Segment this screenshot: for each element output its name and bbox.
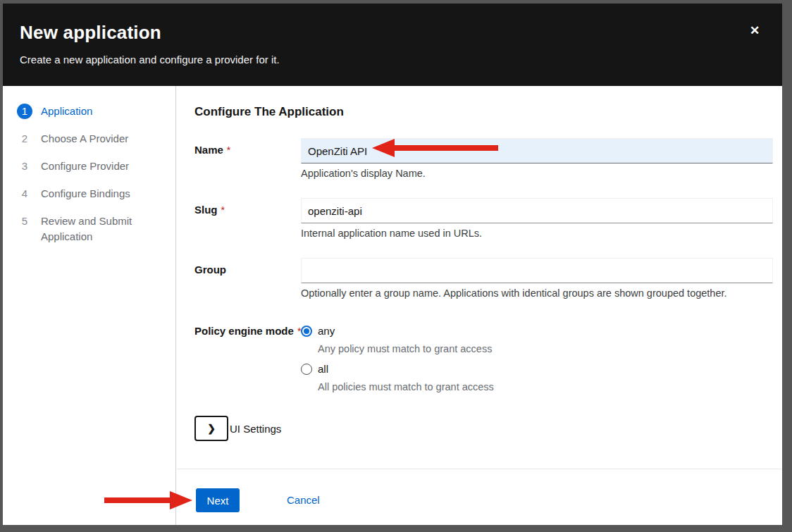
radio-option-any[interactable]: any [301, 325, 335, 337]
radio-all-helper-text: All policies must match to grant access [318, 381, 494, 392]
next-button[interactable]: Next [196, 488, 240, 512]
step-number: 5 [17, 214, 32, 229]
ui-settings-expander[interactable]: ❯ UI Settings [194, 416, 281, 441]
step-label: Configure Provider [41, 159, 129, 174]
wizard-step-content: Configure The Application Name* Applicat… [177, 86, 782, 525]
step-number: 2 [17, 131, 32, 147]
step-number-badge: 1 [17, 104, 32, 119]
radio-all-label: all [318, 363, 328, 375]
group-helper-text: Optionally enter a group name. Applicati… [301, 287, 727, 299]
slug-field-label: Slug* [194, 204, 225, 216]
group-field-label: Group [194, 264, 226, 276]
slug-helper-text: Internal application name used in URLs. [301, 228, 482, 239]
name-field[interactable] [301, 138, 773, 163]
close-icon[interactable]: ✕ [745, 22, 764, 40]
radio-any-input[interactable] [301, 326, 312, 337]
step-number: 3 [17, 159, 32, 174]
step-label: Configure Bindings [41, 186, 130, 202]
wizard-step-configure-provider[interactable]: 3 Configure Provider [17, 159, 175, 174]
slug-field[interactable] [301, 198, 773, 223]
required-asterisk: * [221, 204, 225, 216]
modal-subtitle: Create a new application and configure a… [20, 54, 765, 66]
name-helper-text: Application's display Name. [301, 168, 426, 179]
group-field[interactable] [301, 258, 773, 283]
wizard-step-configure-bindings[interactable]: 4 Configure Bindings [17, 186, 175, 202]
step-label: Review and Submit Application [41, 214, 143, 245]
required-asterisk: * [227, 144, 230, 156]
modal-header: New application Create a new application… [3, 4, 782, 86]
wizard-step-nav: 1 Application 2 Choose A Provider 3 Conf… [3, 86, 176, 525]
step-label: Choose A Provider [41, 131, 128, 147]
cancel-link[interactable]: Cancel [287, 488, 320, 512]
wizard-step-review-submit[interactable]: 5 Review and Submit Application [17, 214, 175, 245]
radio-option-all[interactable]: all [301, 363, 328, 375]
footer-divider [177, 469, 782, 469]
label-text: Slug [194, 204, 218, 216]
radio-any-label: any [318, 325, 335, 337]
chevron-right-icon[interactable]: ❯ [194, 416, 228, 441]
radio-all-input[interactable] [301, 364, 312, 375]
label-text: Group [194, 264, 226, 276]
step-number: 4 [17, 186, 32, 202]
label-text: Name [194, 144, 223, 156]
page-title: Configure The Application [194, 105, 344, 119]
policy-engine-mode-label: Policy engine mode* [194, 325, 301, 337]
label-text: Policy engine mode [194, 325, 294, 337]
new-application-modal: New application Create a new application… [3, 4, 782, 525]
step-label: Application [41, 104, 92, 119]
modal-title: New application [20, 22, 765, 44]
wizard-step-choose-provider[interactable]: 2 Choose A Provider [17, 131, 175, 147]
radio-any-helper-text: Any policy must match to grant access [318, 343, 492, 354]
name-field-label: Name* [194, 144, 230, 156]
ui-settings-label: UI Settings [230, 423, 281, 435]
wizard-step-application[interactable]: 1 Application [17, 104, 175, 119]
